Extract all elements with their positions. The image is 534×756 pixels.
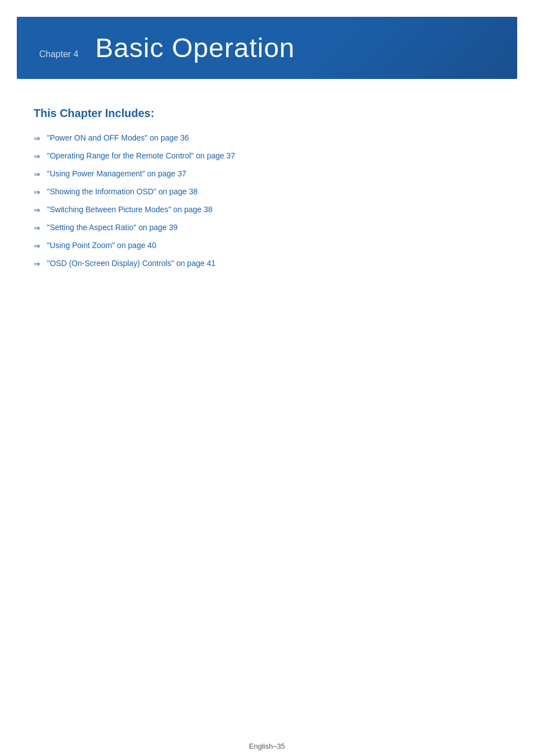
list-item[interactable]: ⇒ "Showing the Information OSD" on page …: [34, 186, 500, 198]
arrow-icon: ⇒: [34, 240, 40, 252]
toc-link[interactable]: "Using Point Zoom" on page 40: [47, 240, 156, 251]
list-item[interactable]: ⇒ "Setting the Aspect Ratio" on page 39: [34, 222, 500, 234]
page-container: Chapter 4 Basic Operation This Chapter I…: [0, 17, 534, 756]
toc-list: ⇒ "Power ON and OFF Modes" on page 36 ⇒ …: [34, 132, 500, 270]
arrow-icon: ⇒: [34, 151, 40, 162]
section-heading: This Chapter Includes:: [34, 107, 500, 120]
page-footer: English–35: [0, 742, 534, 750]
toc-link[interactable]: "OSD (On-Screen Display) Controls" on pa…: [47, 258, 216, 269]
list-item[interactable]: ⇒ "Using Power Management" on page 37: [34, 168, 500, 180]
list-item[interactable]: ⇒ "Switching Between Picture Modes" on p…: [34, 204, 500, 216]
chapter-header: Chapter 4 Basic Operation: [17, 17, 517, 79]
arrow-icon: ⇒: [34, 133, 40, 144]
toc-link[interactable]: "Operating Range for the Remote Control"…: [47, 150, 235, 162]
list-item[interactable]: ⇒ "OSD (On-Screen Display) Controls" on …: [34, 258, 500, 270]
toc-link[interactable]: "Using Power Management" on page 37: [47, 168, 186, 180]
arrow-icon: ⇒: [34, 258, 40, 270]
arrow-icon: ⇒: [34, 169, 40, 180]
list-item[interactable]: ⇒ "Operating Range for the Remote Contro…: [34, 150, 500, 162]
chapter-title: Basic Operation: [95, 32, 295, 63]
toc-link[interactable]: "Setting the Aspect Ratio" on page 39: [47, 222, 177, 234]
chapter-label: Chapter 4: [39, 49, 78, 59]
content-area: This Chapter Includes: ⇒ "Power ON and O…: [0, 79, 534, 309]
toc-link[interactable]: "Showing the Information OSD" on page 38: [47, 186, 198, 198]
list-item[interactable]: ⇒ "Power ON and OFF Modes" on page 36: [34, 132, 500, 144]
arrow-icon: ⇒: [34, 186, 40, 198]
page-number: English–35: [249, 742, 285, 750]
toc-link[interactable]: "Power ON and OFF Modes" on page 36: [47, 132, 189, 144]
arrow-icon: ⇒: [34, 222, 40, 234]
toc-link[interactable]: "Switching Between Picture Modes" on pag…: [47, 204, 213, 216]
arrow-icon: ⇒: [34, 204, 40, 216]
list-item[interactable]: ⇒ "Using Point Zoom" on page 40: [34, 240, 500, 252]
